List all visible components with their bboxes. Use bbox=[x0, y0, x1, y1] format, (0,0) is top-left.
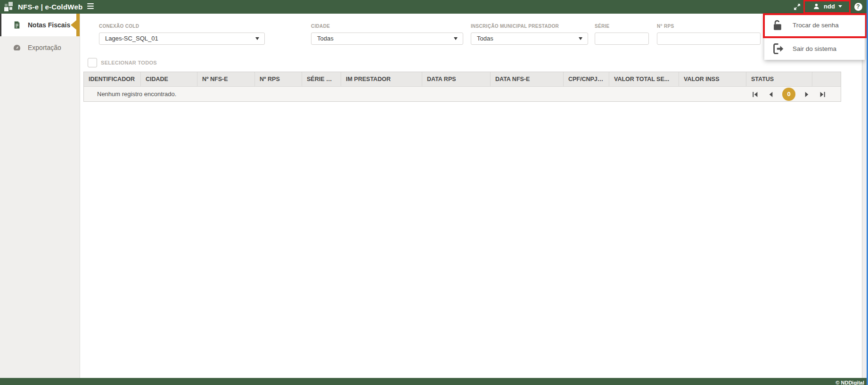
inscricao-municipal-select[interactable]: Todas bbox=[471, 33, 588, 45]
column-header-cidade[interactable]: CIDADE bbox=[141, 72, 197, 86]
app-window: NFS-e | e-ColdWeb ndd ? bbox=[0, 0, 868, 385]
column-header-serie-rps[interactable]: SÉRIE RPS bbox=[302, 72, 341, 86]
chevron-down-icon bbox=[838, 5, 842, 8]
empty-message: Nenhum registro encontrado. bbox=[97, 87, 176, 102]
menu-item-label: Sair do sistema bbox=[793, 45, 836, 52]
vertical-scrollbar[interactable] bbox=[862, 14, 867, 378]
previous-page-button[interactable] bbox=[768, 91, 774, 98]
main-content: CONEXÃO COLD Lages-SC_SQL_01 CIDADE Toda… bbox=[81, 14, 862, 378]
last-page-button[interactable] bbox=[819, 91, 826, 98]
table-header-row: IDENTIFICADOR CIDADE Nº NFS-E Nº RPS SÉR… bbox=[84, 72, 841, 86]
column-header-rps[interactable]: Nº RPS bbox=[255, 72, 302, 86]
active-indicator bbox=[0, 14, 1, 36]
filter-inscricao-municipal: INSCRIÇÃO MUNICIPAL PRESTADOR Todas bbox=[471, 24, 588, 45]
table-empty-row: Nenhum registro encontrado. 0 bbox=[84, 86, 841, 101]
column-header-valor-total[interactable]: VALOR TOTAL SE... bbox=[609, 72, 679, 86]
conexao-cold-select[interactable]: Lages-SC_SQL_01 bbox=[99, 33, 265, 45]
cidade-value: Todas bbox=[317, 35, 334, 42]
unlock-icon bbox=[771, 19, 784, 32]
sidebar-item-notas-fiscais[interactable]: Notas Fiscais bbox=[0, 14, 80, 36]
filter-numero-rps: N° RPS bbox=[657, 24, 761, 45]
menu-item-sair-do-sistema[interactable]: Sair do sistema bbox=[764, 37, 865, 60]
pagination: 0 bbox=[747, 87, 830, 102]
column-header-data-nfse[interactable]: DATA NFS-E bbox=[491, 72, 564, 86]
help-icon: ? bbox=[854, 3, 862, 11]
filter-label: CIDADE bbox=[311, 24, 463, 29]
user-icon bbox=[813, 3, 820, 10]
footer-bar: © NDDigital bbox=[0, 378, 868, 385]
results-table: IDENTIFICADOR CIDADE Nº NFS-E Nº RPS SÉR… bbox=[83, 72, 841, 102]
column-header-cpf-cnpj[interactable]: CPF/CNPJ TOMA... bbox=[564, 72, 609, 86]
current-page-badge[interactable]: 0 bbox=[782, 88, 795, 101]
active-accent-bar bbox=[76, 14, 80, 36]
chevron-down-icon bbox=[579, 37, 582, 40]
filter-label: N° RPS bbox=[657, 24, 761, 29]
inscricao-municipal-value: Todas bbox=[477, 35, 493, 42]
column-header-identificador[interactable]: IDENTIFICADOR bbox=[84, 72, 141, 86]
chevron-down-icon bbox=[454, 37, 458, 40]
column-header-im-prestador[interactable]: IM PRESTADOR bbox=[341, 72, 422, 86]
column-header-spacer bbox=[812, 72, 841, 86]
sign-out-icon bbox=[771, 42, 784, 55]
sidebar-item-exportacao[interactable]: Exportação bbox=[0, 36, 80, 59]
expand-icon bbox=[793, 3, 801, 11]
menu-item-label: Trocar de senha bbox=[793, 22, 839, 29]
filter-serie: SÉRIE bbox=[595, 24, 649, 45]
gauge-icon bbox=[13, 43, 21, 52]
username-label: ndd bbox=[824, 3, 835, 10]
column-header-status[interactable]: STATUS bbox=[746, 72, 812, 86]
user-dropdown-menu: Trocar de senha Sair do sistema bbox=[764, 14, 865, 60]
filter-label: INSCRIÇÃO MUNICIPAL PRESTADOR bbox=[471, 24, 588, 29]
serie-input[interactable] bbox=[595, 33, 649, 45]
filter-label: SÉRIE bbox=[595, 24, 649, 29]
select-all-label: SELECIONAR TODOS bbox=[101, 60, 157, 66]
first-page-button[interactable] bbox=[752, 91, 758, 98]
column-header-nfse[interactable]: Nº NFS-E bbox=[197, 72, 255, 86]
copyright-label: © NDDigital bbox=[835, 380, 864, 385]
menu-item-trocar-de-senha[interactable]: Trocar de senha bbox=[764, 14, 865, 37]
column-header-valor-inss[interactable]: VALOR INSS bbox=[679, 72, 746, 86]
filter-label: CONEXÃO COLD bbox=[99, 24, 265, 29]
numero-rps-input[interactable] bbox=[657, 33, 761, 45]
next-page-button[interactable] bbox=[804, 91, 810, 98]
invoice-document-icon bbox=[13, 21, 21, 29]
select-all-checkbox[interactable] bbox=[88, 58, 97, 67]
user-menu-button[interactable]: ndd bbox=[806, 0, 849, 14]
cidade-select[interactable]: Todas bbox=[311, 33, 463, 45]
filter-cidade: CIDADE Todas bbox=[311, 24, 463, 45]
column-header-data-rps[interactable]: DATA RPS bbox=[422, 72, 491, 86]
select-all-row: SELECIONAR TODOS bbox=[88, 58, 157, 67]
sidebar-item-label: Notas Fiscais bbox=[28, 21, 70, 29]
active-accent-arrow bbox=[71, 20, 76, 30]
fullscreen-button[interactable] bbox=[791, 0, 803, 14]
help-button[interactable]: ? bbox=[851, 0, 865, 14]
filter-conexao-cold: CONEXÃO COLD Lages-SC_SQL_01 bbox=[99, 24, 265, 45]
sidebar: Notas Fiscais Exportação bbox=[0, 14, 80, 378]
app-title: NFS-e | e-ColdWeb bbox=[18, 0, 82, 14]
conexao-cold-value: Lages-SC_SQL_01 bbox=[105, 35, 158, 42]
menu-toggle-icon[interactable] bbox=[87, 3, 94, 10]
sidebar-item-label: Exportação bbox=[28, 44, 61, 51]
ndd-logo-icon bbox=[4, 1, 16, 13]
chevron-down-icon bbox=[255, 37, 259, 40]
top-navbar: NFS-e | e-ColdWeb ndd ? bbox=[0, 0, 868, 14]
